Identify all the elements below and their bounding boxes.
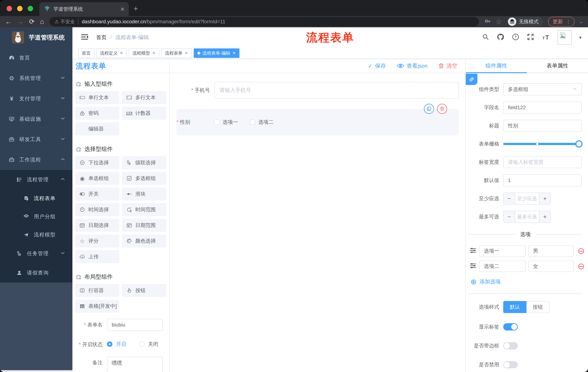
form-grid-slider[interactable] — [503, 143, 579, 145]
palette-item-editor[interactable]: 编辑器 — [75, 122, 119, 135]
selected-component-gender[interactable]: 性别 选项一 选项二 — [177, 109, 459, 135]
palette-item-time-picker[interactable]: 时间选择 — [75, 203, 119, 216]
sidebar-item-home[interactable]: 首页 — [0, 48, 73, 68]
address-bar[interactable]: ⚠不安全 dashboard.yudao.iocoder.cn/bpm/mana… — [50, 17, 479, 26]
bind-link-tab[interactable] — [466, 74, 477, 85]
browser-tab[interactable]: 芋道管理系统 ✕ — [39, 2, 129, 16]
delete-component-button[interactable] — [437, 104, 447, 114]
option-label-input[interactable] — [479, 261, 526, 272]
toolbar-overflow-chevron-icon[interactable]: ⌄ — [579, 19, 583, 24]
tab-component-props[interactable]: 组件属性 — [466, 59, 527, 73]
view-json-button[interactable]: 查看json — [397, 62, 428, 70]
stepper-plus-button[interactable]: + — [539, 193, 551, 204]
palette-item-rate[interactable]: ☆评分 — [75, 234, 119, 247]
phone-field[interactable]: 手机号 请输入手机号 — [174, 82, 459, 99]
stepper-minus-button[interactable]: − — [504, 193, 515, 204]
fullscreen-icon[interactable] — [527, 33, 534, 42]
tag-process-model[interactable]: 流程模型✕ — [129, 48, 159, 58]
option-label-input[interactable] — [479, 245, 526, 257]
add-option-button[interactable]: ⊕ 添加选项 — [471, 278, 582, 285]
with-border-toggle[interactable] — [503, 342, 518, 350]
tag-process-form-edit[interactable]: 流程表单-编辑✕ — [194, 48, 239, 58]
home-icon[interactable]: ⌂ — [40, 18, 44, 25]
status-off-radio[interactable] — [139, 341, 145, 347]
tag-process-definition[interactable]: 流程定义✕ — [96, 48, 127, 58]
sidebar-item-workflow[interactable]: 工作流程 — [0, 149, 73, 170]
minimize-window-button[interactable] — [17, 6, 22, 11]
tag-close-icon[interactable]: ✕ — [152, 51, 155, 55]
sidebar-item-task-management[interactable]: 任务管理 — [0, 244, 73, 263]
drag-handle-icon[interactable] — [469, 262, 477, 271]
back-icon[interactable]: ← — [5, 18, 12, 25]
bookmark-star-icon[interactable]: ☆ — [496, 18, 502, 25]
new-tab-button[interactable]: + — [134, 4, 138, 13]
palette-item-checkbox-group[interactable]: 多选框组 — [122, 172, 166, 185]
tab-form-props[interactable]: 表单属性 — [527, 59, 588, 73]
drag-handle-icon[interactable] — [469, 247, 477, 255]
palette-item-date-range[interactable]: 日期范围 — [122, 219, 166, 232]
option-value-input[interactable] — [528, 261, 574, 272]
sidebar-logo[interactable]: 芋道管理系统 — [0, 27, 73, 48]
tag-close-icon[interactable]: ✕ — [120, 51, 123, 55]
remove-option-icon[interactable]: ⊖ — [578, 262, 585, 271]
palette-item-cascader[interactable]: 级联选择 — [122, 156, 166, 169]
disabled-toggle[interactable] — [503, 361, 518, 368]
tab-close-icon[interactable]: ✕ — [120, 6, 125, 12]
sidebar-item-payment[interactable]: ¥ 支付管理 — [0, 88, 73, 109]
style-default-button[interactable]: 默认 — [503, 301, 526, 313]
update-button[interactable]: 更新 ⋮ — [548, 17, 575, 27]
phone-input[interactable]: 请输入手机号 — [214, 82, 459, 99]
sidebar-item-system[interactable]: ⚙ 系统管理 — [0, 68, 73, 88]
stepper-minus-button[interactable]: − — [504, 211, 515, 223]
avatar-broken-image[interactable] — [558, 30, 572, 45]
palette-item-radio-group[interactable]: ◉单选框组 — [75, 172, 119, 185]
default-value-input[interactable] — [503, 174, 582, 186]
style-button-button[interactable]: 按钮 — [526, 301, 549, 313]
palette-item-select[interactable]: 下拉选择 — [75, 156, 119, 169]
show-label-toggle[interactable] — [503, 323, 518, 330]
palette-item-counter[interactable]: 123计数器 — [122, 107, 166, 120]
palette-item-single-line-text[interactable]: 单行文本 — [75, 91, 119, 104]
sidebar-item-process-form[interactable]: 流程表单 — [0, 189, 73, 207]
checkbox[interactable] — [214, 120, 220, 125]
min-select-input[interactable] — [515, 193, 539, 204]
zoom-window-button[interactable] — [28, 6, 33, 11]
component-type-select[interactable]: 多选框组 — [503, 83, 582, 95]
palette-item-multi-line-text[interactable]: 多行文本 — [122, 91, 166, 104]
status-off-label[interactable]: 关闭 — [148, 341, 158, 348]
sidebar-item-leave-query[interactable]: 请假查询 — [0, 263, 73, 282]
max-select-input[interactable] — [515, 211, 539, 223]
status-on-label[interactable]: 开启 — [116, 341, 126, 348]
browser-menu-dots-icon[interactable]: ⋮ — [566, 19, 571, 25]
tag-process-form[interactable]: 流程表单✕ — [161, 48, 192, 58]
label-width-input[interactable] — [503, 156, 582, 168]
palette-item-button[interactable]: 按钮 — [122, 284, 166, 297]
palette-item-date-picker[interactable]: 日期选择 — [75, 219, 119, 232]
search-icon[interactable] — [482, 33, 489, 42]
palette-item-password[interactable]: 密码 — [75, 107, 119, 120]
github-icon[interactable] — [496, 33, 504, 42]
key-icon[interactable] — [484, 18, 491, 26]
help-icon[interactable]: ? — [512, 33, 519, 42]
reload-icon[interactable]: ⟳ — [29, 18, 35, 25]
copy-component-button[interactable] — [424, 104, 434, 114]
palette-item-row-container[interactable]: 行容器 — [75, 284, 119, 297]
field-name-input[interactable] — [503, 102, 582, 114]
form-remark-textarea[interactable]: 嘿嘿 — [107, 357, 163, 372]
status-on-radio[interactable] — [107, 341, 112, 347]
title-input[interactable] — [503, 120, 582, 132]
breadcrumb-home[interactable]: 首页 — [96, 34, 107, 41]
form-name-input[interactable] — [107, 319, 163, 331]
palette-item-color-picker[interactable]: 颜色选择 — [122, 234, 166, 247]
gender-option-2[interactable]: 选项二 — [250, 119, 274, 126]
palette-item-upload[interactable]: 上传 — [75, 250, 119, 263]
sidebar-item-process-management[interactable]: 流程管理 — [0, 170, 73, 189]
tag-close-icon[interactable]: ✕ — [185, 51, 188, 55]
palette-item-slider[interactable]: 滑块 — [122, 187, 166, 201]
sidebar-item-process-model[interactable]: 流程模型 — [0, 226, 73, 244]
tag-close-icon[interactable]: ✕ — [232, 51, 236, 55]
checkbox[interactable] — [250, 120, 255, 125]
font-size-icon[interactable]: TT — [542, 33, 550, 42]
tag-home[interactable]: 首页 — [78, 48, 94, 58]
option-value-input[interactable] — [528, 245, 574, 257]
